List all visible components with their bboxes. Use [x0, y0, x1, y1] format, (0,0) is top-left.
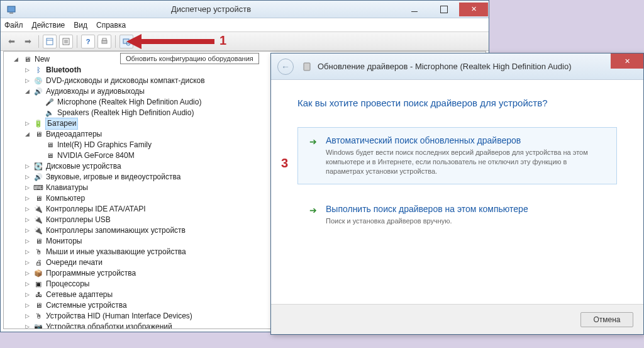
node-label: Клавиатуры: [46, 182, 88, 193]
node-label: Видеоадаптеры: [46, 129, 102, 140]
option-description: Windows будет вести поиск последних верс…: [326, 148, 590, 176]
computer-icon: 🖥: [33, 194, 43, 204]
node-label: Устройства обработки изображений: [46, 322, 172, 329]
annotation-arrow: [126, 35, 214, 48]
printer-icon: 🖨: [33, 258, 43, 268]
driver-update-dialog: ✕ ← Обновление драйверов - Microphone (R…: [270, 53, 644, 335]
close-button[interactable]: [459, 3, 488, 16]
menu-bar: Файл Действие Вид Справка: [1, 18, 489, 32]
show-hidden-icon[interactable]: [43, 35, 57, 48]
toolbar-separator: [115, 35, 116, 48]
device-icon: [301, 61, 313, 72]
help-icon[interactable]: ?: [81, 35, 95, 48]
properties-icon[interactable]: [59, 35, 73, 48]
option-title: Автоматический поиск обновленных драйвер…: [326, 135, 590, 145]
node-label: Intel(R) HD Graphics Family: [57, 140, 152, 150]
node-label: Системные устройства: [46, 300, 127, 311]
imaging-icon: 📷: [33, 322, 43, 330]
nav-back-icon[interactable]: ⬅: [4, 35, 18, 48]
dialog-question: Как вы хотите провести поиск драйверов д…: [297, 98, 617, 108]
node-label: DVD-дисководы и дисководы компакт-дисков: [46, 76, 205, 86]
display-adapter-icon: 🖥: [45, 151, 55, 161]
cancel-button[interactable]: Отмена: [580, 312, 633, 327]
node-label: Процессоры: [46, 279, 90, 289]
arrow-right-icon: ➔: [309, 205, 317, 226]
speaker-icon: 🔈: [45, 108, 55, 118]
toolbar-separator: [38, 35, 39, 48]
keyboard-icon: ⌨: [33, 183, 43, 193]
node-label: Мониторы: [46, 236, 82, 247]
svg-rect-2: [47, 38, 53, 45]
display-adapter-icon: 🖥: [45, 140, 55, 150]
option-browse-computer[interactable]: ➔ Выполнить поиск драйверов на этом комп…: [297, 196, 617, 234]
svg-rect-12: [304, 63, 310, 70]
node-label: Устройства HID (Human Interface Devices): [46, 311, 192, 322]
back-button[interactable]: ←: [277, 59, 294, 75]
computer-icon: 🖥: [22, 55, 32, 65]
node-label: Bluetooth: [46, 65, 81, 76]
node-label: Speakers (Realtek High Definition Audio): [57, 108, 194, 118]
node-label: NVIDIA GeForce 840M: [57, 150, 135, 161]
storage-controller-icon: 🔌: [33, 226, 43, 236]
dialog-footer: Отмена: [271, 304, 643, 334]
node-label: Компьютер: [46, 193, 85, 204]
print-icon[interactable]: [97, 35, 111, 48]
svg-rect-10: [123, 39, 129, 43]
toolbar-separator: [77, 35, 77, 48]
menu-help[interactable]: Справка: [96, 21, 126, 30]
dialog-title: Обновление драйверов - Microphone (Realt…: [318, 62, 571, 71]
option-auto-search[interactable]: ➔ Автоматический поиск обновленных драйв…: [297, 127, 617, 184]
node-label: Аудиовходы и аудиовыходы: [46, 86, 145, 97]
minimize-button[interactable]: [400, 3, 429, 16]
hid-icon: 🖱: [33, 312, 43, 322]
system-icon: [4, 3, 18, 16]
node-label: Сетевые адаптеры: [46, 289, 113, 300]
node-label: Звуковые, игровые и видеоустройства: [46, 172, 180, 182]
annotation-label-1: 1: [219, 33, 226, 48]
svg-rect-9: [103, 38, 106, 40]
usb-icon: 🔌: [33, 215, 43, 225]
node-label: Мыши и иные указывающие устройства: [46, 247, 186, 257]
network-icon: 🖧: [33, 290, 43, 300]
tooltip: Обновить конфигурацию оборудования: [120, 53, 259, 64]
menu-file[interactable]: Файл: [4, 21, 23, 30]
system-device-icon: 🖥: [33, 301, 43, 311]
node-label: Контроллеры USB: [46, 215, 111, 225]
svg-rect-1: [9, 13, 13, 14]
maximize-button[interactable]: [430, 3, 458, 16]
option-description: Поиск и установка драйверов вручную.: [326, 216, 528, 226]
controller-icon: 🔌: [33, 205, 43, 215]
node-label: Очереди печати: [46, 257, 103, 268]
arrow-right-icon: ➔: [309, 137, 317, 176]
audio-icon: 🔊: [33, 87, 43, 97]
bluetooth-icon: ᛒ: [33, 65, 43, 76]
node-label: Батареи: [45, 118, 78, 130]
node-label: Microphone (Realtek High Definition Audi…: [57, 97, 201, 108]
scan-hardware-icon[interactable]: [119, 35, 133, 48]
disc-icon: 💿: [33, 76, 43, 86]
software-device-icon: 📦: [33, 269, 43, 279]
dialog-titlebar[interactable]: ← Обновление драйверов - Microphone (Rea…: [271, 53, 643, 80]
node-label: Контроллеры IDE ATA/ATAPI: [46, 204, 146, 215]
disk-icon: 💽: [33, 162, 43, 172]
node-label: New: [35, 54, 50, 65]
node-label: Программные устройства: [46, 268, 136, 279]
sound-icon: 🔊: [33, 172, 43, 182]
battery-icon: 🔋: [33, 119, 43, 129]
menu-view[interactable]: Вид: [74, 21, 87, 30]
window-title: Диспетчер устройств: [22, 4, 400, 14]
menu-action[interactable]: Действие: [32, 21, 65, 30]
nav-forward-icon[interactable]: ➡: [21, 35, 35, 48]
node-label: Контроллеры запоминающих устройств: [46, 225, 186, 236]
mouse-icon: 🖱: [33, 247, 43, 257]
display-adapter-icon: 🖥: [33, 130, 43, 140]
dialog-close-button[interactable]: ✕: [611, 53, 643, 69]
svg-rect-0: [8, 6, 15, 12]
annotation-label-3: 3: [281, 156, 288, 171]
titlebar[interactable]: Диспетчер устройств: [1, 1, 489, 18]
toolbar: ⬅ ➡ ?: [1, 32, 489, 51]
svg-rect-8: [102, 40, 107, 43]
monitor-icon: 🖥: [33, 237, 43, 247]
microphone-icon: 🎤: [45, 98, 55, 108]
node-label: Дисковые устройства: [46, 161, 121, 172]
